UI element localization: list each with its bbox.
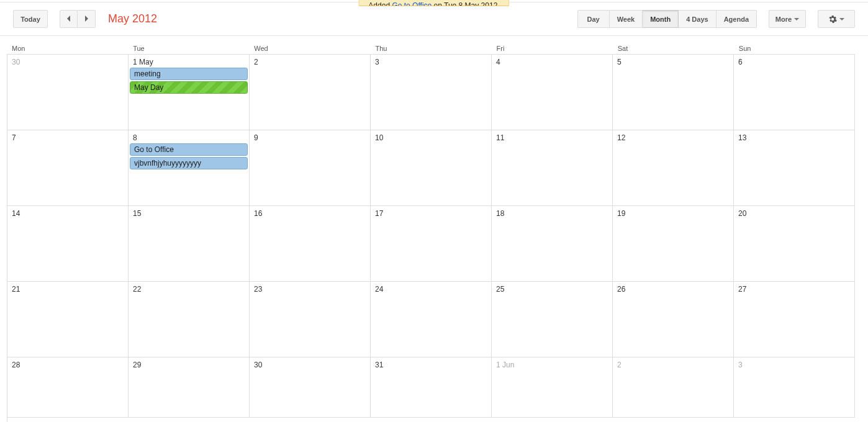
day-header: Mon bbox=[7, 42, 128, 54]
calendar-cell[interactable]: 16 bbox=[250, 206, 371, 282]
calendar-cell[interactable]: 2 bbox=[250, 55, 371, 130]
calendar-cell[interactable]: 26 bbox=[613, 282, 734, 357]
calendar-cell[interactable]: 28 bbox=[7, 357, 129, 418]
cell-date: 30 bbox=[7, 55, 128, 66]
more-button[interactable]: More bbox=[769, 10, 806, 28]
calendar-cell[interactable]: 6 bbox=[734, 55, 855, 130]
view-tab-week[interactable]: Week bbox=[610, 10, 643, 28]
calendar-cell[interactable]: 1 MaymeetingMay Day bbox=[129, 55, 250, 130]
calendar-cell[interactable]: 25 bbox=[492, 282, 613, 357]
cell-date: 28 bbox=[7, 357, 128, 369]
cell-date: 1 May bbox=[129, 55, 249, 66]
prev-button[interactable] bbox=[60, 10, 78, 28]
gear-icon bbox=[828, 15, 837, 24]
calendar-cell[interactable]: 11 bbox=[492, 130, 613, 206]
cell-date: 8 bbox=[129, 130, 249, 142]
notification-link[interactable]: Go to Office bbox=[392, 1, 432, 6]
calendar-cell[interactable]: 12 bbox=[613, 130, 734, 206]
view-tab-day[interactable]: Day bbox=[577, 10, 610, 28]
calendar-cell[interactable]: 2 bbox=[613, 357, 734, 418]
calendar-cell[interactable]: 9 bbox=[250, 130, 371, 206]
view-switcher: DayWeekMonth4 DaysAgenda bbox=[577, 10, 757, 28]
calendar-cell[interactable]: 30 bbox=[7, 55, 129, 130]
calendar-cell[interactable]: 20 bbox=[734, 206, 855, 282]
cell-date: 5 bbox=[613, 55, 733, 66]
calendar-cell[interactable]: 13 bbox=[734, 130, 855, 206]
calendar-cell[interactable]: 10 bbox=[371, 130, 492, 206]
cell-date: 26 bbox=[613, 282, 733, 294]
cell-date: 12 bbox=[613, 130, 733, 142]
calendar-cell[interactable]: 21 bbox=[7, 282, 129, 357]
cell-date: 7 bbox=[7, 130, 128, 142]
calendar: MonTueWedThuFriSatSun 301 MaymeetingMay … bbox=[0, 36, 868, 422]
next-button[interactable] bbox=[78, 10, 96, 28]
calendar-cell[interactable]: 15 bbox=[129, 206, 250, 282]
cell-date: 11 bbox=[492, 130, 612, 142]
calendar-cell[interactable]: 5 bbox=[613, 55, 734, 130]
calendar-cell[interactable]: 31 bbox=[371, 357, 492, 418]
calendar-event[interactable]: May Day bbox=[130, 81, 248, 94]
notification-prefix: Added bbox=[368, 1, 392, 6]
calendar-cell[interactable]: 23 bbox=[250, 282, 371, 357]
cell-date: 22 bbox=[129, 282, 249, 294]
day-headers: MonTueWedThuFriSatSun bbox=[7, 36, 855, 54]
calendar-cell[interactable]: 14 bbox=[7, 206, 129, 282]
calendar-cell[interactable]: 30 bbox=[250, 357, 371, 418]
calendar-grid: 301 MaymeetingMay Day2345678Go to Office… bbox=[7, 54, 855, 422]
calendar-cell[interactable]: 3 bbox=[734, 357, 855, 418]
calendar-cell[interactable]: 1 Jun bbox=[492, 357, 613, 418]
cell-date: 20 bbox=[734, 206, 854, 218]
calendar-cell[interactable]: 27 bbox=[734, 282, 855, 357]
cell-date: 9 bbox=[250, 130, 370, 142]
notification-banner: Added Go to Office on Tue 8 May 2012. bbox=[358, 0, 509, 6]
calendar-cell[interactable]: 3 bbox=[371, 55, 492, 130]
cell-date: 2 bbox=[250, 55, 370, 66]
calendar-cell[interactable]: 19 bbox=[613, 206, 734, 282]
nav-group bbox=[60, 10, 96, 28]
cell-date: 31 bbox=[371, 357, 491, 369]
calendar-cell[interactable]: 22 bbox=[129, 282, 250, 357]
view-tab-4days[interactable]: 4 Days bbox=[679, 10, 716, 28]
cell-date: 29 bbox=[129, 357, 249, 369]
toolbar: Today May 2012 DayWeekMonth4 DaysAgenda … bbox=[0, 2, 868, 36]
calendar-cell[interactable]: 17 bbox=[371, 206, 492, 282]
events-container: meetingMay Day bbox=[129, 66, 249, 94]
events-container: Go to Officevjbvnfhjyhuyyyyyyyy bbox=[129, 142, 249, 169]
day-header: Sun bbox=[734, 42, 855, 54]
today-button[interactable]: Today bbox=[13, 10, 48, 28]
more-label: More bbox=[775, 16, 792, 23]
view-tab-month[interactable]: Month bbox=[643, 10, 679, 28]
calendar-event[interactable]: Go to Office bbox=[130, 143, 248, 156]
cell-date: 3 bbox=[371, 55, 491, 66]
calendar-event[interactable]: meeting bbox=[130, 68, 248, 80]
day-header: Tue bbox=[128, 42, 249, 54]
cell-date: 17 bbox=[371, 206, 491, 218]
dropdown-icon bbox=[839, 18, 844, 20]
cell-date: 30 bbox=[250, 357, 370, 369]
calendar-cell[interactable]: 8Go to Officevjbvnfhjyhuyyyyyyyy bbox=[129, 130, 250, 206]
calendar-cell[interactable]: 18 bbox=[492, 206, 613, 282]
cell-date: 23 bbox=[250, 282, 370, 294]
cell-date: 18 bbox=[492, 206, 612, 218]
view-tab-agenda[interactable]: Agenda bbox=[717, 10, 757, 28]
cell-date: 27 bbox=[734, 282, 854, 294]
day-header: Wed bbox=[249, 42, 370, 54]
cell-date: 15 bbox=[129, 206, 249, 218]
cell-date: 2 bbox=[613, 357, 733, 369]
cell-date: 6 bbox=[734, 55, 854, 66]
calendar-cell[interactable]: 29 bbox=[129, 357, 250, 418]
cell-date: 3 bbox=[734, 357, 854, 369]
calendar-cell[interactable]: 24 bbox=[371, 282, 492, 357]
notification-suffix: on Tue 8 May 2012. bbox=[432, 1, 499, 6]
calendar-cell[interactable]: 7 bbox=[7, 130, 129, 206]
cell-date: 16 bbox=[250, 206, 370, 218]
cell-date: 21 bbox=[7, 282, 128, 294]
settings-button[interactable] bbox=[818, 10, 855, 28]
cell-date: 1 Jun bbox=[492, 357, 612, 369]
cell-date: 10 bbox=[371, 130, 491, 142]
month-label: May 2012 bbox=[108, 12, 157, 25]
calendar-event[interactable]: vjbvnfhjyhuyyyyyyyy bbox=[130, 157, 248, 169]
cell-date: 19 bbox=[613, 206, 733, 218]
calendar-cell[interactable]: 4 bbox=[492, 55, 613, 130]
day-header: Fri bbox=[492, 42, 613, 54]
